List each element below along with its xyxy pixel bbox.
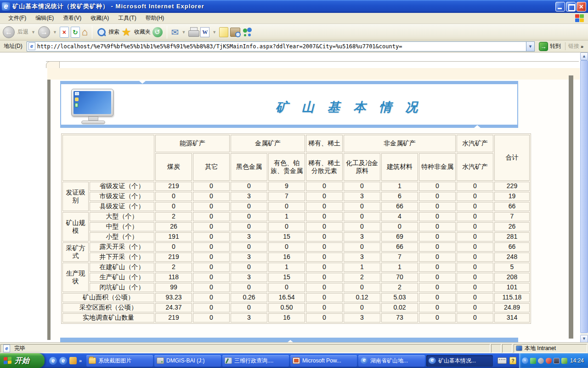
menu-favorites[interactable]: 收藏(A) — [86, 13, 113, 23]
value-cell: 0 — [306, 182, 343, 191]
keyboard-icon[interactable] — [498, 357, 507, 364]
edit-word-button[interactable]: W ▼ — [200, 27, 217, 37]
tray-icon[interactable] — [546, 358, 552, 364]
menu-help[interactable]: 帮助(H) — [141, 13, 169, 23]
row-label: 在建矿山（个） — [90, 263, 154, 272]
menu-tools[interactable]: 工具(T) — [113, 13, 141, 23]
table-row: 发证级别省级发证（个）21900900100229 — [62, 182, 530, 191]
page-header-box: 矿 山 基 本 情 况 — [60, 81, 518, 128]
start-button[interactable]: 开始 — [0, 353, 45, 368]
row-label: 省级发证（个） — [90, 182, 154, 191]
value-cell: 26 — [155, 222, 192, 231]
quicklaunch-chevron-icon[interactable]: » — [79, 358, 82, 363]
value-cell: 0 — [306, 273, 343, 282]
scroll-down-icon[interactable]: ▼ — [580, 335, 588, 343]
favorites-button[interactable]: ★ 收藏夹 — [121, 27, 151, 38]
task-label: 系统截图图片 — [98, 357, 131, 365]
status-pane — [491, 344, 501, 353]
mail-dropdown-icon[interactable]: ▼ — [181, 30, 186, 34]
taskbar-task-button[interactable]: 湖南省矿山地... — [358, 355, 425, 367]
page-tab-stub — [46, 61, 60, 68]
refresh-button[interactable]: ↻ — [71, 27, 80, 38]
value-cell: 1 — [344, 263, 380, 272]
word-dropdown-icon[interactable]: ▼ — [212, 30, 216, 34]
value-cell: 314 — [494, 313, 530, 322]
column-header: 建筑材料 — [381, 153, 418, 181]
back-dropdown-icon[interactable]: ▼ — [31, 30, 35, 34]
close-button[interactable] — [577, 2, 586, 12]
minimize-button[interactable] — [555, 2, 565, 12]
taskbar-task-button[interactable]: DMGIS-BAI (J:) — [154, 355, 221, 367]
page-shadow-right — [569, 75, 573, 339]
forward-button[interactable]: → ▼ — [38, 26, 58, 38]
tray-icon[interactable] — [538, 358, 544, 364]
mail-button[interactable]: ✉ ▼ — [171, 27, 187, 37]
menu-edit[interactable]: 编辑(E) — [31, 13, 58, 23]
tray-chevron-icon[interactable]: ‹ — [522, 357, 528, 364]
taskbar-task-button[interactable]: 三维行政查询.... — [222, 355, 289, 367]
value-cell: 0 — [306, 242, 343, 252]
taskbar: 开始 e e » 系统截图图片DMGIS-BAI (J:)三维行政查询....M… — [0, 353, 588, 368]
column-header: 水汽矿产 — [457, 153, 493, 181]
ie-quicklaunch-icon[interactable]: e — [59, 357, 67, 365]
value-cell: 248 — [494, 253, 530, 262]
value-cell: 0 — [419, 182, 456, 191]
go-button[interactable]: → 转到 — [537, 42, 563, 51]
maximize-button[interactable] — [566, 2, 576, 12]
value-cell: 0 — [457, 273, 493, 282]
forward-dropdown-icon[interactable]: ▼ — [53, 30, 57, 34]
system-tray: ‹ 14:24 — [519, 353, 588, 368]
table-row: 实地调查矿山数量2190316037300314 — [62, 313, 530, 322]
back-button[interactable]: ← 后退 ▼ — [3, 26, 36, 38]
scroll-up-icon[interactable]: ▲ — [580, 52, 588, 60]
value-cell: 0 — [457, 242, 493, 252]
address-dropdown-icon[interactable]: ▼ — [526, 42, 534, 51]
print-button[interactable] — [188, 29, 198, 37]
value-cell: 66 — [494, 242, 530, 252]
column-header: 化工及冶金原料 — [344, 153, 380, 181]
links-toolbar[interactable]: 链接 » — [565, 42, 586, 50]
value-cell: 0 — [344, 303, 380, 312]
notes-button[interactable] — [219, 27, 228, 37]
research-button[interactable] — [230, 28, 240, 37]
value-cell: 0.26 — [231, 293, 267, 302]
mine-statistics-table: 能源矿产金属矿产稀有、稀土非金属矿产水汽矿产合计煤炭其它黑色金属有色、铂族、贵金… — [61, 133, 531, 324]
task-label: Microsoft Pow... — [302, 357, 341, 364]
value-cell: 0 — [306, 202, 343, 211]
links-chevron-icon[interactable]: » — [581, 44, 583, 49]
tray-icon[interactable] — [530, 358, 536, 364]
value-cell: 0 — [268, 242, 305, 252]
value-cell: 0 — [231, 182, 267, 191]
tray-icon[interactable] — [554, 358, 560, 364]
search-button[interactable]: 搜索 — [96, 27, 119, 37]
url-text[interactable]: http://localhost/%e7%9f%bf%e5%b1%b1%e5%8… — [37, 43, 526, 50]
value-cell: 26 — [494, 222, 530, 231]
value-cell: 3 — [344, 192, 380, 201]
taskbar-task-active[interactable]: 矿山基本情况... — [426, 355, 493, 367]
value-cell: 0 — [344, 182, 380, 191]
ie-quicklaunch-icon[interactable]: e — [49, 357, 57, 365]
stop-button[interactable]: × — [60, 27, 69, 38]
language-help-icon[interactable]: ? — [509, 357, 516, 364]
home-button[interactable]: ⌂ — [82, 27, 88, 38]
value-cell: 0 — [457, 192, 493, 201]
taskbar-task-button[interactable]: 系统截图图片 — [86, 355, 153, 367]
row-label: 实地调查矿山数量 — [62, 313, 154, 322]
address-input[interactable]: e http://localhost/%e7%9f%bf%e5%b1%b1%e5… — [27, 41, 535, 52]
outlook-quicklaunch-icon[interactable] — [69, 357, 77, 364]
value-cell: 0 — [457, 303, 493, 312]
scrollbar-thumb[interactable] — [580, 60, 588, 333]
value-cell: 191 — [155, 232, 192, 242]
menu-file[interactable]: 文件(F) — [4, 13, 31, 23]
menu-view[interactable]: 查看(V) — [58, 13, 86, 23]
page-bottom-bar — [60, 338, 518, 343]
value-cell: 208 — [494, 273, 530, 282]
value-cell: 0 — [457, 232, 493, 242]
value-cell: 0 — [419, 192, 456, 201]
history-button[interactable]: ↺ — [153, 27, 163, 37]
vertical-scrollbar[interactable]: ▲ ▼ — [580, 52, 588, 343]
tray-icon[interactable] — [561, 358, 567, 364]
messenger-button[interactable] — [242, 27, 253, 37]
column-header: 黑色金属 — [231, 153, 267, 181]
taskbar-task-button[interactable]: Microsoft Pow... — [290, 355, 357, 367]
